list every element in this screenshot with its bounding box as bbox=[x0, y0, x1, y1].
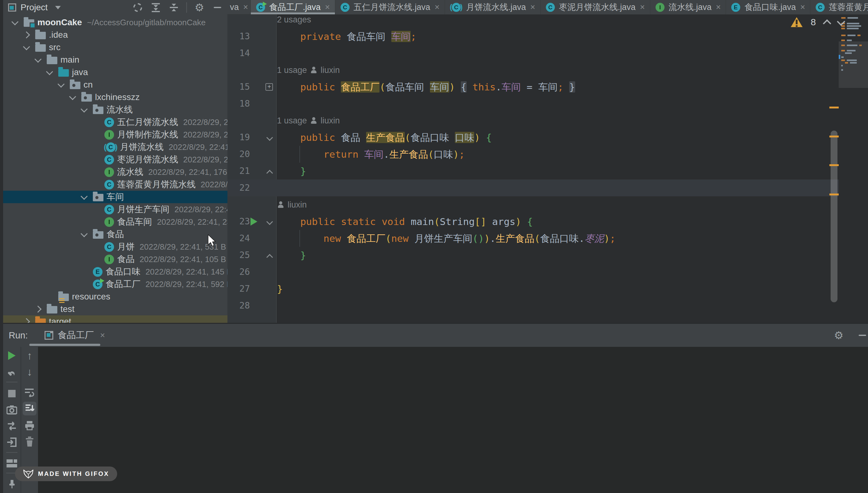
tree-item-流水线[interactable]: I流水线2022/8/29, 22:41, 176 B 28 m bbox=[3, 166, 227, 178]
run-line-icon[interactable] bbox=[251, 217, 257, 226]
code-line-13[interactable]: 13 private 食品车间 车间; bbox=[227, 28, 868, 45]
tree-item-.idea[interactable]: .idea bbox=[3, 29, 227, 41]
close-icon[interactable]: × bbox=[100, 330, 105, 340]
pin-icon[interactable] bbox=[5, 477, 19, 491]
code-inlay-hint[interactable]: liuxin bbox=[277, 196, 307, 213]
locate-file-icon[interactable] bbox=[132, 2, 143, 13]
chevron-down-icon[interactable] bbox=[46, 68, 53, 76]
scrollbar-warning-mark[interactable] bbox=[829, 107, 839, 108]
code-inlay-hint[interactable]: 1 usageliuxin bbox=[277, 112, 340, 129]
collapse-all-icon[interactable] bbox=[168, 2, 179, 13]
previous-warning-icon[interactable] bbox=[823, 19, 831, 28]
tree-item-食品口味[interactable]: E食品口味2022/8/29, 22:41, 145 B 6 mi bbox=[3, 265, 227, 278]
run-icon[interactable] bbox=[5, 349, 19, 362]
editor-scrollbar[interactable] bbox=[831, 131, 838, 302]
tree-item-moonCake[interactable]: moonCake~/AccessGroup/gitlab/moonCake bbox=[3, 16, 227, 29]
scrollbar-warning-mark[interactable] bbox=[829, 194, 839, 195]
line-number[interactable]: 23 bbox=[229, 213, 250, 230]
close-icon[interactable]: × bbox=[800, 2, 805, 12]
chevron-down-icon[interactable] bbox=[58, 81, 65, 88]
chevron-down-icon[interactable] bbox=[12, 18, 19, 25]
line-number[interactable]: 19 bbox=[229, 129, 250, 146]
code-line-15[interactable]: 15+ public 食品工厂(食品车间 车间) { this.车间 = 车间;… bbox=[227, 79, 868, 95]
chevron-down-icon[interactable] bbox=[81, 106, 88, 113]
code-line-20[interactable]: 20 return 车间.生产食品(口味); bbox=[227, 146, 868, 163]
down-icon[interactable]: ↓ bbox=[23, 365, 37, 379]
editor-tab-枣泥月饼流水线.java[interactable]: C枣泥月饼流水线.java× bbox=[541, 0, 650, 14]
code-inlay-hint[interactable]: 1 usageliuxin bbox=[277, 62, 340, 79]
tree-item-五仁月饼流水线[interactable]: C五仁月饼流水线2022/8/29, 22:41, bbox=[3, 116, 227, 128]
tree-item-枣泥月饼流水线[interactable]: C枣泥月饼流水线2022/8/29, 22:41, bbox=[3, 153, 227, 166]
tree-item-食品车间[interactable]: I食品车间2022/8/29, 22:41, 231 B 3 bbox=[3, 216, 227, 228]
scrollbar-warning-mark[interactable] bbox=[829, 164, 839, 166]
chevron-down-icon[interactable] bbox=[35, 56, 42, 63]
up-icon[interactable]: ↑ bbox=[23, 349, 37, 362]
line-number[interactable]: 13 bbox=[229, 28, 250, 45]
tree-item-test[interactable]: test bbox=[3, 303, 227, 315]
next-warning-icon[interactable] bbox=[837, 18, 845, 26]
close-icon[interactable]: × bbox=[243, 2, 248, 12]
code-line-23[interactable]: 23 public static void main(String[] args… bbox=[227, 213, 868, 230]
code-line-18[interactable]: 18 bbox=[227, 95, 868, 112]
line-number[interactable]: 14 bbox=[229, 45, 250, 62]
usages-hint[interactable]: 1 usage bbox=[277, 65, 307, 75]
settings-icon[interactable]: ⚙ bbox=[833, 330, 844, 341]
close-icon[interactable]: × bbox=[325, 2, 330, 12]
usages-hint[interactable]: 2 usages bbox=[277, 15, 311, 25]
run-tab[interactable]: 食品工厂 × bbox=[45, 329, 105, 342]
chevron-down-icon[interactable] bbox=[81, 230, 88, 237]
settings-icon[interactable]: ⚙ bbox=[194, 2, 205, 13]
tree-item-月饼流水线[interactable]: (C)月饼流水线2022/8/29, 22:41, 531 B bbox=[3, 141, 227, 153]
tree-item-cn[interactable]: cn bbox=[3, 79, 227, 91]
exit-icon[interactable] bbox=[5, 435, 19, 449]
editor-tab-莲蓉蛋黄月饼流水线.java[interactable]: C莲蓉蛋黄月饼流水线.java× bbox=[810, 0, 868, 14]
tree-item-月饼[interactable]: C月饼2022/8/29, 22:41, 531 B 2 min bbox=[3, 241, 227, 253]
editor-tab-食品口味.java[interactable]: E食品口味.java× bbox=[726, 0, 810, 14]
tree-item-target[interactable]: target bbox=[3, 315, 227, 323]
chevron-right-icon[interactable] bbox=[23, 31, 30, 39]
line-number[interactable]: 18 bbox=[229, 95, 250, 112]
line-number[interactable]: 15 bbox=[229, 79, 250, 95]
screenshot-icon[interactable] bbox=[5, 403, 19, 417]
line-number[interactable]: 24 bbox=[229, 230, 250, 247]
editor-tab-月饼流水线.java[interactable]: (C)月饼流水线.java× bbox=[445, 0, 541, 14]
console-output[interactable] bbox=[38, 347, 868, 493]
code-line-14[interactable]: 14 bbox=[227, 45, 868, 62]
close-icon[interactable]: × bbox=[530, 2, 535, 12]
chevron-down-icon[interactable] bbox=[69, 93, 76, 100]
soft-wrap-icon[interactable] bbox=[23, 385, 37, 399]
fold-marker-icon[interactable] bbox=[266, 134, 273, 141]
code-line-28[interactable]: 28 bbox=[227, 297, 868, 314]
minimap-viewport[interactable] bbox=[839, 41, 868, 88]
usages-hint[interactable]: 1 usage bbox=[277, 116, 307, 126]
code-line-25[interactable]: 25 } bbox=[227, 247, 868, 264]
tree-item-食品[interactable]: 食品 bbox=[3, 228, 227, 241]
code-line-24[interactable]: 24 new 食品工厂(new 月饼生产车间()).生产食品(食品口味.枣泥); bbox=[227, 230, 868, 247]
line-number[interactable]: 21 bbox=[229, 163, 250, 179]
hide-panel-icon[interactable] bbox=[857, 330, 868, 341]
layout-icon[interactable] bbox=[5, 456, 19, 470]
tree-item-java[interactable]: java bbox=[3, 66, 227, 79]
tree-item-流水线[interactable]: 流水线 bbox=[3, 104, 227, 116]
tree-item-食品[interactable]: I食品2022/8/29, 22:41, 105 B bbox=[3, 253, 227, 265]
tree-item-食品工厂[interactable]: C食品工厂2022/8/29, 22:41, 592 B Mmi bbox=[3, 278, 227, 291]
tree-item-resources[interactable]: resources bbox=[3, 291, 227, 303]
line-number[interactable]: 25 bbox=[229, 247, 250, 264]
inspection-widget[interactable]: 8 bbox=[791, 17, 844, 27]
hide-panel-icon[interactable] bbox=[212, 2, 223, 13]
tree-item-月饼生产车间[interactable]: C月饼生产车间2022/8/29, 22:41, 89 bbox=[3, 203, 227, 216]
editor-tab-流水线.java[interactable]: I流水线.java× bbox=[650, 0, 726, 14]
line-number[interactable]: 27 bbox=[229, 280, 250, 297]
tree-item-月饼制作流水线[interactable]: I月饼制作流水线2022/8/29, 22:41, bbox=[3, 128, 227, 141]
fold-marker-icon[interactable]: + bbox=[265, 83, 273, 91]
scrollbar-warning-mark[interactable] bbox=[829, 135, 839, 137]
close-icon[interactable]: × bbox=[640, 2, 645, 12]
code-line-22[interactable]: 22 bbox=[227, 179, 868, 196]
line-number[interactable]: 26 bbox=[229, 264, 250, 280]
chevron-down-icon[interactable] bbox=[81, 193, 88, 200]
expand-all-icon[interactable] bbox=[150, 2, 161, 13]
fold-marker-icon[interactable] bbox=[266, 254, 273, 260]
chevron-down-icon[interactable] bbox=[23, 43, 30, 50]
project-panel-title[interactable]: Project bbox=[21, 2, 48, 13]
scroll-to-end-icon[interactable] bbox=[23, 402, 37, 415]
